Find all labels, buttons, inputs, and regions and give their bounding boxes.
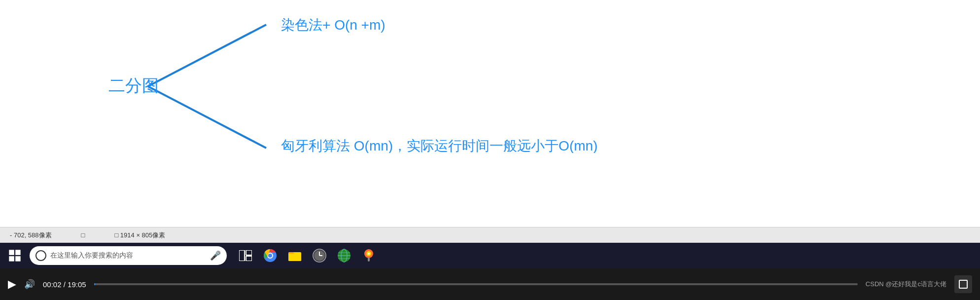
taskbar: 在这里输入你要搜索的内容 🎤 xyxy=(0,243,980,268)
svg-rect-11 xyxy=(246,256,252,261)
svg-rect-6 xyxy=(15,250,20,255)
microphone-icon[interactable]: 🎤 xyxy=(210,250,221,261)
svg-text:染色法+  O(n +m): 染色法+ O(n +m) xyxy=(281,17,385,33)
svg-rect-10 xyxy=(246,250,252,255)
svg-rect-27 xyxy=(368,258,370,262)
time-display: 00:02 / 19:05 xyxy=(43,280,86,289)
paint-icon-button[interactable] xyxy=(358,245,380,266)
progress-bar-background[interactable] xyxy=(94,283,858,285)
svg-rect-16 xyxy=(288,254,301,261)
file-manager-icon-button[interactable] xyxy=(284,245,306,266)
globe-icon-button[interactable] xyxy=(333,245,355,266)
fullscreen-button[interactable] xyxy=(954,275,972,293)
svg-point-14 xyxy=(268,254,272,258)
task-view-icon[interactable] xyxy=(235,245,256,266)
progress-area[interactable] xyxy=(94,283,858,285)
svg-text:二分图: 二分图 xyxy=(108,76,159,95)
time-separator: / xyxy=(64,280,68,289)
status-bar: - 702, 588像素 □ □ 1914 × 805像素 xyxy=(0,227,980,243)
svg-text:匈牙利算法  O(mn)，实际运行时间一般远小于O(mn): 匈牙利算法 O(mn)，实际运行时间一般远小于O(mn) xyxy=(281,138,597,153)
fullscreen-icon xyxy=(959,280,968,289)
volume-button[interactable]: 🔊 xyxy=(24,279,35,290)
chrome-icon-button[interactable] xyxy=(259,245,281,266)
dimensions-text: □ 1914 × 805像素 xyxy=(114,231,165,240)
svg-rect-7 xyxy=(9,256,14,262)
svg-line-1 xyxy=(148,86,266,148)
search-bar[interactable]: 在这里输入你要搜索的内容 🎤 xyxy=(30,246,227,265)
progress-bar-fill xyxy=(94,283,96,285)
diagram-area: 二分图 染色法+ O(n +m) 匈牙利算法 O(mn)，实际运行时间一般远小于… xyxy=(0,0,980,227)
main-content: 二分图 染色法+ O(n +m) 匈牙利算法 O(mn)，实际运行时间一般远小于… xyxy=(0,0,980,227)
svg-rect-5 xyxy=(9,250,14,255)
total-time: 19:05 xyxy=(68,280,86,289)
current-time: 00:02 xyxy=(43,280,62,289)
watermark-text: CSDN @还好我是c语言大佬 xyxy=(866,280,946,289)
search-circle-icon xyxy=(35,250,46,261)
svg-rect-8 xyxy=(15,256,20,262)
clock-icon-button[interactable] xyxy=(309,245,330,266)
svg-rect-9 xyxy=(239,250,245,261)
video-player-bar: ▶ 🔊 00:02 / 19:05 CSDN @还好我是c语言大佬 xyxy=(0,268,980,300)
play-button[interactable]: ▶ xyxy=(8,278,16,291)
windows-button[interactable] xyxy=(4,245,26,266)
diagram-svg: 二分图 染色法+ O(n +m) 匈牙利算法 O(mn)，实际运行时间一般远小于… xyxy=(99,10,887,153)
windows-icon xyxy=(8,249,22,262)
taskbar-icons xyxy=(235,245,380,266)
search-placeholder-text: 在这里输入你要搜索的内容 xyxy=(50,251,206,260)
selection-icon: □ xyxy=(81,231,85,239)
coordinates-text: - 702, 588像素 xyxy=(10,231,52,240)
svg-line-0 xyxy=(148,25,266,86)
svg-point-29 xyxy=(368,253,370,255)
